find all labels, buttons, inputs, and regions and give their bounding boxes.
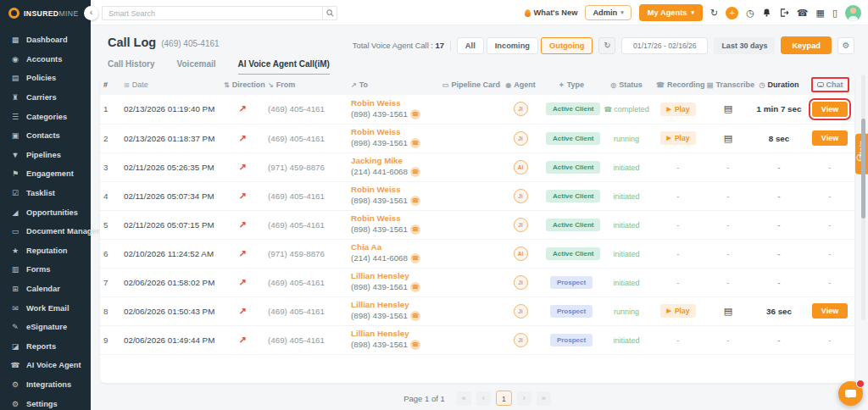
add-icon[interactable]: + <box>726 7 738 19</box>
last-page-button[interactable]: » <box>537 391 551 406</box>
row-number: 7 <box>100 268 120 296</box>
clock-icon[interactable]: ◷ <box>746 8 754 18</box>
transcribe-cell[interactable]: ▤ <box>704 95 753 124</box>
transcribe-cell[interactable]: ▤ <box>704 124 753 152</box>
chat-cell[interactable]: View <box>805 124 854 152</box>
my-agents-button[interactable]: My Agents▾ <box>639 4 703 21</box>
status-text: running <box>614 135 639 143</box>
sidebar-item-categories[interactable]: ☰Categories <box>0 107 91 126</box>
sidebar-item-pipelines[interactable]: ▼Pipelines <box>0 146 91 165</box>
sidebar-item-dashboard[interactable]: ▦Dashboard <box>0 30 91 50</box>
sidebar-item-engagement[interactable]: ⚑Engagement <box>0 164 91 184</box>
whats-new-link[interactable]: What's New <box>525 8 578 17</box>
outgoing-call-icon: ↗ <box>238 277 246 287</box>
notifications-bell-icon[interactable] <box>762 8 771 18</box>
sidebar-item-reports[interactable]: ◪Reports <box>0 337 91 357</box>
status-text: running <box>614 308 639 316</box>
agent-avatar: Ji <box>514 218 528 232</box>
recording-cell[interactable]: ▶Play <box>653 124 704 152</box>
chat-cell[interactable]: View <box>805 95 854 124</box>
current-page-button[interactable]: 1 <box>496 391 512 406</box>
agent-avatar: Ji <box>514 333 528 347</box>
status-column-icon: ◎ <box>610 81 616 89</box>
next-page-button[interactable]: › <box>517 391 531 406</box>
date-range-picker[interactable]: 01/17/26 - 02/16/26 <box>621 37 708 54</box>
sidebar-item-carriers[interactable]: ♜Carriers <box>0 88 91 108</box>
transcript-document-icon[interactable]: ▤ <box>724 103 732 114</box>
recording-cell[interactable]: ▶Play <box>653 95 704 124</box>
refresh-icon[interactable]: ↻ <box>710 8 718 18</box>
keypad-button[interactable]: Keypad <box>781 36 832 54</box>
sidebar-item-accounts[interactable]: ◉Accounts <box>0 50 91 69</box>
sidebar-item-forms[interactable]: ▥Forms <box>0 260 91 280</box>
sidebar-item-opportunities[interactable]: ◢Opportunities <box>0 202 91 222</box>
previous-page-button[interactable]: ‹ <box>476 391 491 406</box>
admin-dropdown[interactable]: Admin▾ <box>585 5 631 20</box>
contact-name-link[interactable]: Lillian Hensley <box>351 271 436 282</box>
sidebar-collapse-button[interactable]: ‹ <box>84 6 98 20</box>
dialer-grid-icon[interactable]: ▦ <box>816 8 825 18</box>
settings-gear-icon[interactable]: ⚙ <box>837 37 854 54</box>
to-contact: Lillian Hensley(898) 439-1561 ☎ <box>348 296 439 325</box>
last-30-days-button[interactable]: Last 30 days <box>714 37 775 54</box>
view-chat-button[interactable]: View <box>812 130 848 146</box>
contact-name-link[interactable]: Jacking Mike <box>351 156 436 167</box>
sidebar-item-ai-voice-agent[interactable]: ☎AI Voice Agent <box>0 356 91 375</box>
user-avatar[interactable] <box>845 5 861 21</box>
play-recording-button[interactable]: ▶Play <box>660 131 697 145</box>
search-button[interactable] <box>322 6 337 20</box>
sidebar-item-calendar[interactable]: ⊞Calendar <box>0 280 91 299</box>
agent-cell: Ji <box>498 181 542 210</box>
tab-ai-voice-agent-call[interactable]: AI Voice Agent Call(iM) <box>238 59 330 75</box>
column-header-direction: ⇅Direction <box>220 75 264 95</box>
filter-all[interactable]: All <box>457 37 484 54</box>
phone-icon: ☎ <box>410 109 420 119</box>
call-date: 02/10/2026 11:24:52 AM <box>120 239 220 268</box>
status-text: initiated <box>613 192 639 201</box>
chat-cell[interactable]: View <box>805 296 854 325</box>
chat-fab-button[interactable] <box>838 381 863 406</box>
phone-icon[interactable]: ☎ <box>797 8 809 18</box>
transcribe-cell[interactable]: ▤ <box>704 296 753 325</box>
tab-voicemail[interactable]: Voicemail <box>177 59 216 75</box>
column-label: Status <box>619 80 643 89</box>
contact-name-link[interactable]: Robin Weiss <box>351 213 436 224</box>
sidebar-item-document-manager[interactable]: ▭Document Manager <box>0 222 91 241</box>
play-recording-button[interactable]: ▶Play <box>660 102 697 116</box>
sidebar-item-tasklist[interactable]: ☑Tasklist <box>0 184 91 203</box>
transcript-document-icon[interactable]: ▤ <box>724 133 732 143</box>
sidebar-item-esignature[interactable]: ✎eSignature <box>0 318 91 337</box>
refresh-calls-button[interactable]: ↻ <box>598 37 615 54</box>
view-chat-button[interactable]: View <box>812 303 848 319</box>
duration-cell: - <box>753 239 805 268</box>
filter-incoming[interactable]: Incoming <box>487 37 538 54</box>
sidebar-item-reputation[interactable]: ★Reputation <box>0 241 91 261</box>
contact-name-link[interactable]: Robin Weiss <box>351 127 436 138</box>
contact-name-link[interactable]: Chia Aa <box>351 242 436 253</box>
filter-outgoing[interactable]: Outgoing <box>541 37 593 54</box>
recording-cell[interactable]: ▶Play <box>653 296 704 325</box>
sidebar-item-policies[interactable]: ▤Policies <box>0 69 91 88</box>
search-input[interactable] <box>102 6 322 20</box>
contact-name-link[interactable]: Robin Weiss <box>351 185 436 196</box>
transcript-document-icon[interactable]: ▤ <box>724 306 732 316</box>
view-chat-button[interactable]: View <box>812 102 848 117</box>
contact-name-link[interactable]: Robin Weiss <box>351 98 436 109</box>
first-page-button[interactable]: « <box>457 391 471 406</box>
chat-column-icon <box>817 82 824 87</box>
sidebar-item-settings[interactable]: ⚙Settings <box>0 394 91 410</box>
device-icon[interactable]: ▯ <box>832 8 837 18</box>
brand-logo[interactable]: INSUREDMINE <box>0 0 91 19</box>
play-recording-button[interactable]: ▶Play <box>660 304 697 318</box>
table-row: 502/11/2026 05:07:15 PM↗(469) 405-4161Ro… <box>100 210 854 239</box>
dashboard-icon: ▦ <box>10 36 20 44</box>
sidebar-item-integrations[interactable]: ⚙Integrations <box>0 375 91 395</box>
contact-name-link[interactable]: Lillian Hensley <box>351 329 436 340</box>
agent-cell: AI <box>498 239 542 268</box>
sidebar-item-work-email[interactable]: ✉Work Email <box>0 298 91 318</box>
logout-icon[interactable] <box>779 8 789 18</box>
contact-name-link[interactable]: Lillian Hensley <box>351 300 436 311</box>
scrollbar-thumb[interactable] <box>861 119 865 219</box>
tab-call-history[interactable]: Call History <box>108 59 155 75</box>
sidebar-item-contacts[interactable]: ▣Contacts <box>0 126 91 146</box>
